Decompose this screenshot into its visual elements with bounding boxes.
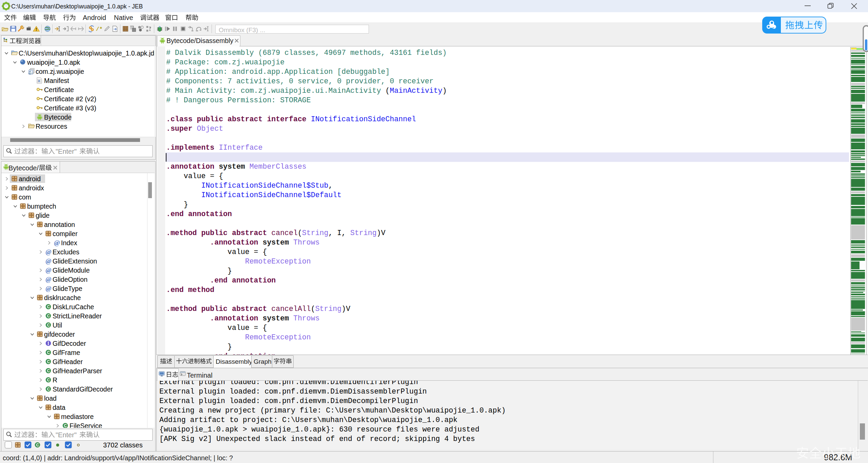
svg-text:C: C	[47, 314, 50, 318]
svg-text:C: C	[47, 323, 50, 328]
svg-text:C: C	[36, 443, 39, 447]
svg-text:/*: /*	[96, 26, 103, 33]
svg-text:C: C	[47, 359, 50, 364]
svg-text:C: C	[47, 304, 50, 309]
svg-text:C: C	[47, 387, 50, 392]
svg-text:C: C	[64, 423, 67, 428]
svg-text:C: C	[47, 350, 50, 355]
svg-text:X: X	[38, 79, 40, 83]
svg-text:C: C	[47, 378, 50, 382]
svg-text:C: C	[47, 369, 50, 373]
